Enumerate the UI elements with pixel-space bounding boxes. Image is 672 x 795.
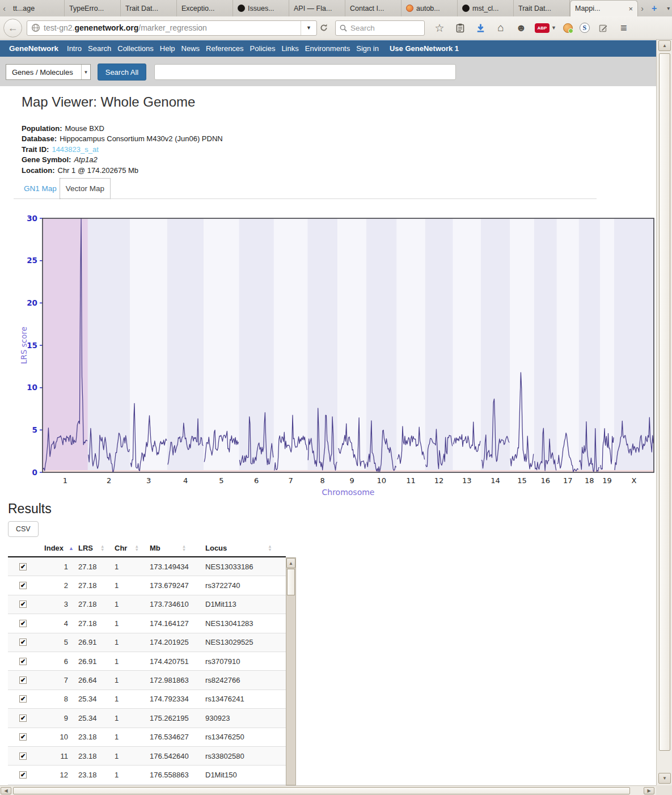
browser-tab[interactable]: Trait Dat... xyxy=(514,0,570,16)
nav-item-help[interactable]: Help xyxy=(160,44,175,53)
row-checkbox[interactable]: ✔ xyxy=(19,695,27,703)
page-scroll-up-button[interactable]: ▲ xyxy=(658,40,671,51)
nav-item-news[interactable]: News xyxy=(181,44,200,53)
use-genenetwork1-link[interactable]: Use GeneNetwork 1 xyxy=(390,44,459,53)
url-bar[interactable]: test-gn2.genenetwork.org/marker_regressi… xyxy=(27,20,317,36)
row-checkbox[interactable]: ✔ xyxy=(19,638,27,646)
all-tabs-dropdown-button[interactable]: ▾ xyxy=(662,0,672,16)
page-scroll-down-button[interactable]: ▼ xyxy=(658,773,671,784)
cell-lrs: 23.18 xyxy=(78,771,115,779)
browser-tab[interactable]: TypeErro... xyxy=(65,0,121,16)
url-dropdown-caret[interactable]: ▼ xyxy=(301,21,316,35)
column-index[interactable]: Index▲ xyxy=(33,544,78,552)
row-checkbox[interactable]: ✔ xyxy=(19,676,27,684)
cell-chr: 1 xyxy=(115,600,150,608)
table-scroll-up-button[interactable]: ▲ xyxy=(286,558,295,568)
column-chr[interactable]: Chr▲▼ xyxy=(115,544,150,552)
meta-value: Atp1a2 xyxy=(74,155,97,164)
page-scrollbar-thumb[interactable] xyxy=(659,53,670,751)
gn-search-input[interactable] xyxy=(154,64,456,80)
browser-tab[interactable]: mst_cl... xyxy=(458,0,514,16)
row-checkbox[interactable]: ✔ xyxy=(19,733,27,741)
page-horizontal-scrollbar[interactable]: ◀ ▶ xyxy=(0,785,656,795)
row-checkbox[interactable]: ✔ xyxy=(19,582,27,589)
column-locus[interactable]: Locus▲▼ xyxy=(205,544,286,552)
column-mb[interactable]: Mb▲▼ xyxy=(150,544,205,552)
home-icon[interactable]: ⌂ xyxy=(494,21,508,35)
browser-search-field[interactable]: Search xyxy=(335,20,425,36)
nav-item-collections[interactable]: Collections xyxy=(117,44,154,53)
browser-tab[interactable]: autob... xyxy=(401,0,458,16)
cell-index: 11 xyxy=(33,752,68,760)
trait-id-link[interactable]: 1443823_s_at xyxy=(52,145,98,154)
bookmark-star-icon[interactable]: ☆ xyxy=(433,21,446,35)
page-scroll-right-button[interactable]: ▶ xyxy=(644,787,654,794)
table-row: ✔925.341175.262195930923 xyxy=(8,709,286,728)
cell-index: 1 xyxy=(33,563,68,571)
nav-item-sign-in[interactable]: Sign in xyxy=(356,44,379,53)
cell-lrs: 23.18 xyxy=(78,733,115,741)
tab-gn1-map[interactable]: GN1 Map xyxy=(24,184,57,193)
cell-index: 12 xyxy=(33,771,68,779)
tab-label: Trait Dat... xyxy=(518,5,551,12)
browser-tab[interactable]: Exceptio... xyxy=(177,0,233,16)
browser-tab[interactable]: Trait Dat... xyxy=(121,0,177,16)
adblock-button[interactable]: ABP ▼ xyxy=(535,23,556,33)
reload-button[interactable] xyxy=(317,21,331,35)
new-tab-button[interactable]: + xyxy=(646,0,662,16)
browser-tab-bar: ‹ tt...ageTypeErro...Trait Dat...Excepti… xyxy=(0,0,672,16)
browser-tab[interactable]: Contact I... xyxy=(345,0,401,16)
reading-list-icon[interactable] xyxy=(453,21,467,35)
row-checkbox[interactable]: ✔ xyxy=(19,714,27,722)
table-scrollbar[interactable]: ▲ xyxy=(286,557,296,785)
search-all-button[interactable]: Search All xyxy=(98,64,146,81)
column-lrs[interactable]: LRS▲▼ xyxy=(78,544,115,552)
downloads-icon[interactable] xyxy=(474,21,487,35)
browser-tab[interactable]: API — Fla... xyxy=(289,0,345,16)
browser-tab[interactable]: Mappi...× xyxy=(570,0,638,16)
table-row: ✔1023.181176.534627rs13476250 xyxy=(8,728,286,747)
row-checkbox[interactable]: ✔ xyxy=(19,752,27,760)
cell-locus: rs8242766 xyxy=(205,676,286,684)
page-horizontal-thumb[interactable] xyxy=(13,787,630,794)
cell-index: 5 xyxy=(33,638,68,646)
nav-item-environments[interactable]: Environments xyxy=(305,44,350,53)
table-scrollbar-thumb[interactable] xyxy=(287,569,295,595)
gn-brand[interactable]: GeneNetwork xyxy=(9,44,58,53)
row-checkbox[interactable]: ✔ xyxy=(19,771,27,779)
table-row: ✔526.911174.201925NES13029525 xyxy=(8,633,286,652)
table-row: ✔227.181173.679247rs3722740 xyxy=(8,576,286,595)
browser-tab[interactable]: tt...age xyxy=(9,0,65,16)
cell-chr: 1 xyxy=(115,657,150,666)
addon-s-icon[interactable]: S xyxy=(580,23,590,33)
compose-icon[interactable] xyxy=(597,21,610,35)
nav-item-policies[interactable]: Policies xyxy=(250,44,276,53)
svg-text:2: 2 xyxy=(107,476,111,485)
tab-scroll-left-button[interactable]: ‹ xyxy=(0,0,9,16)
tab-close-icon[interactable]: × xyxy=(628,5,633,13)
row-checkbox[interactable]: ✔ xyxy=(19,620,27,627)
url-text: test-gn2.genenetwork.org/marker_regressi… xyxy=(44,23,207,32)
browser-tab[interactable]: Issues... xyxy=(233,0,289,16)
cell-index: 6 xyxy=(33,657,68,666)
row-checkbox[interactable]: ✔ xyxy=(19,563,27,570)
nav-item-intro[interactable]: Intro xyxy=(67,44,82,53)
svg-text:13: 13 xyxy=(462,476,472,485)
nav-item-references[interactable]: References xyxy=(206,44,243,53)
page-scroll-left-button[interactable]: ◀ xyxy=(1,787,11,794)
search-category-select[interactable]: Genes / Molecules ▼ xyxy=(6,64,91,80)
gn-search-band: Genes / Molecules ▼ Search All xyxy=(0,57,656,86)
svg-text:5: 5 xyxy=(219,476,223,485)
tab-vector-map[interactable]: Vector Map xyxy=(60,178,111,199)
nav-item-search[interactable]: Search xyxy=(88,44,111,53)
chat-icon[interactable]: ☻ xyxy=(514,21,528,35)
addon-orange-icon[interactable] xyxy=(563,23,573,33)
page-vertical-scrollbar[interactable]: ▲ ▼ xyxy=(656,40,672,785)
nav-item-links[interactable]: Links xyxy=(281,44,298,53)
tab-scroll-right-button[interactable]: › xyxy=(638,0,646,16)
back-button[interactable]: ← xyxy=(3,19,22,37)
row-checkbox[interactable]: ✔ xyxy=(19,658,27,665)
csv-export-button[interactable]: CSV xyxy=(8,521,39,537)
row-checkbox[interactable]: ✔ xyxy=(19,601,27,608)
menu-hamburger-icon[interactable]: ≡ xyxy=(617,21,631,35)
